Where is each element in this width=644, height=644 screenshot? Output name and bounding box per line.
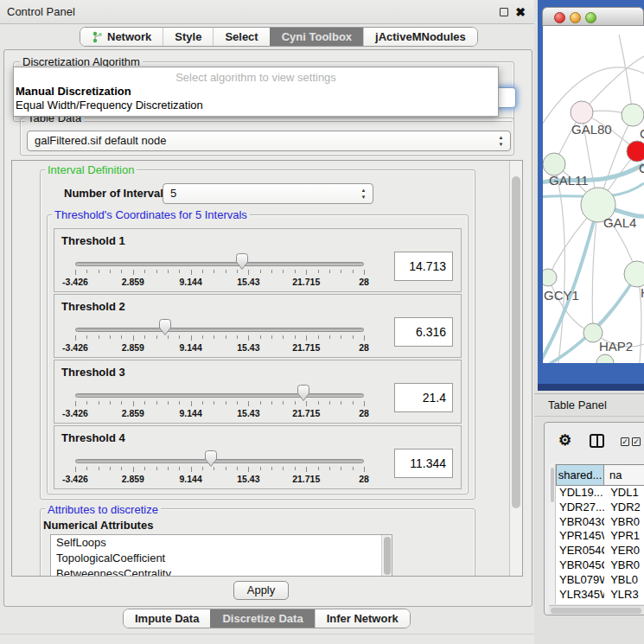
tick-label: 15.43: [237, 342, 259, 353]
cell-name[interactable]: YER0: [604, 544, 644, 558]
table-row[interactable]: YDR27...YDR2: [556, 501, 644, 515]
apply-button[interactable]: Apply: [233, 581, 289, 600]
table-row[interactable]: YIL052CYIL0: [556, 602, 644, 603]
tab-jactivemnodules[interactable]: jActiveMNodules: [363, 28, 477, 46]
tick-label: 15.43: [237, 474, 259, 484]
algorithm-placeholder-option[interactable]: Select algorithm to view settings: [14, 67, 498, 85]
slider-track[interactable]: [75, 393, 364, 398]
cell-shared-name[interactable]: YBL079W: [556, 573, 604, 588]
checkbox-icon[interactable]: ✓: [632, 437, 641, 446]
float-window-icon[interactable]: [500, 8, 508, 16]
cell-name[interactable]: YDL1: [604, 486, 644, 501]
slider-track[interactable]: [75, 459, 364, 463]
scrollbar-thumb[interactable]: [512, 176, 520, 508]
table-horizontal-scrollbar[interactable]: [549, 605, 644, 615]
table-row[interactable]: YER054CYER0: [556, 544, 644, 558]
cell-shared-name[interactable]: YBR043C: [556, 515, 604, 530]
table-row[interactable]: YLR345WYLR3: [556, 588, 644, 603]
scrollbar-thumb[interactable]: [551, 468, 554, 502]
tick-mark: [295, 401, 296, 405]
tab-label: jActiveMNodules: [375, 28, 466, 47]
tick-label: 28: [359, 474, 369, 484]
network-canvas[interactable]: GAL80G.CGAL11GAL4GCY1HHAP2: [543, 26, 644, 363]
tab-discretize-data[interactable]: Discretize Data: [210, 609, 314, 628]
algorithm-option-manual[interactable]: Manual Discretization: [14, 85, 498, 99]
control-panel-titlebar: Control Panel ✖: [0, 0, 534, 24]
table-vertical-scrollbar[interactable]: [549, 464, 556, 604]
tick-mark: [191, 467, 192, 472]
network-edge[interactable]: [619, 35, 633, 115]
scrollbar-thumb[interactable]: [384, 537, 391, 575]
threshold-label: Threshold 4: [61, 431, 125, 444]
table-data-combobox[interactable]: galFiltered.sif default node ▲▼: [27, 131, 511, 151]
network-edge[interactable]: [548, 277, 593, 333]
cell-name[interactable]: YBL0: [604, 573, 644, 588]
network-node[interactable]: [571, 101, 593, 124]
viewport-scrollbar[interactable]: [509, 161, 522, 576]
table-row[interactable]: YDL19...YDL1: [556, 486, 644, 501]
tick-label: -3.426: [62, 408, 88, 418]
table-row[interactable]: YBR043CYBR0: [556, 515, 644, 530]
slider-handle[interactable]: [158, 318, 172, 336]
number-of-intervals-combobox[interactable]: 5 ▲▼: [163, 183, 373, 204]
slider-track[interactable]: [75, 262, 364, 266]
cell-shared-name[interactable]: YIL052C: [556, 602, 604, 603]
tab-cyni-toolbox[interactable]: Cyni Toolbox: [270, 28, 363, 46]
network-node[interactable]: [543, 269, 557, 286]
checkbox-icon[interactable]: ✓: [621, 437, 629, 446]
threshold-value-field[interactable]: 6.316: [394, 317, 453, 347]
cell-name[interactable]: YPR1: [604, 529, 644, 544]
cell-shared-name[interactable]: YLR345W: [556, 588, 604, 603]
cell-name[interactable]: YBR0: [604, 515, 644, 530]
threshold-value-field[interactable]: 21.4: [394, 383, 453, 412]
cell-shared-name[interactable]: YBR045C: [556, 558, 604, 573]
tick-mark: [329, 335, 330, 339]
cell-shared-name[interactable]: YPR145W: [556, 529, 604, 544]
number-of-intervals-label: Number of Intervals: [64, 187, 169, 200]
threshold-value-field[interactable]: 14.713: [394, 252, 453, 281]
algorithm-option-equal-width[interactable]: Equal Width/Frequency Discretization: [14, 99, 498, 112]
column-header-name[interactable]: na: [604, 464, 644, 486]
column-header-shared-name[interactable]: shared...: [556, 464, 604, 486]
attribute-list-item[interactable]: SelfLoops: [51, 535, 392, 551]
cell-shared-name[interactable]: YDL19...: [556, 486, 604, 501]
threshold-value-field[interactable]: 11.344: [394, 449, 453, 478]
tick-mark: [364, 270, 365, 275]
threshold-rows: Threshold 1-3.4262.8599.14415.4321.71528…: [54, 228, 462, 491]
cell-name[interactable]: YDR2: [604, 501, 644, 515]
tick-mark: [110, 401, 111, 405]
cell-shared-name[interactable]: YDR27...: [556, 501, 604, 515]
zoom-traffic-light-icon[interactable]: [585, 12, 596, 23]
attribute-list-item[interactable]: TopologicalCoefficient: [51, 551, 392, 566]
network-node[interactable]: [596, 354, 614, 363]
split-columns-icon[interactable]: [590, 434, 604, 448]
tab-select[interactable]: Select: [213, 28, 269, 46]
cell-shared-name[interactable]: YER054C: [556, 544, 604, 558]
slider-track[interactable]: [75, 328, 364, 332]
attributes-list-scrollbar[interactable]: [381, 535, 392, 577]
slider-handle[interactable]: [204, 450, 218, 468]
tab-impute-data[interactable]: Impute Data: [124, 609, 210, 628]
cell-name[interactable]: YBR0: [604, 558, 644, 573]
network-node[interactable]: [622, 104, 644, 126]
table-row[interactable]: YBR045CYBR0: [556, 558, 644, 573]
scrollbar-thumb[interactable]: [551, 608, 641, 614]
table-row[interactable]: YBL079WYBL0: [556, 573, 644, 588]
slider-handle[interactable]: [296, 384, 310, 402]
cell-name[interactable]: YLR3: [604, 588, 644, 603]
attribute-list-item[interactable]: BetweennessCentrality: [51, 566, 392, 577]
gear-icon[interactable]: ⚙: [558, 431, 571, 450]
tick-mark: [295, 270, 296, 273]
node-label: GCY1: [544, 288, 579, 303]
tab-infer-network[interactable]: Infer Network: [315, 609, 410, 628]
tab-style[interactable]: Style: [163, 28, 213, 46]
cell-name[interactable]: YIL0: [604, 602, 644, 603]
close-icon[interactable]: ✖: [515, 3, 526, 21]
close-traffic-light-icon[interactable]: [554, 12, 565, 23]
minimize-traffic-light-icon[interactable]: [570, 12, 581, 23]
network-node[interactable]: [624, 261, 644, 287]
network-node[interactable]: [627, 141, 644, 162]
slider-handle[interactable]: [235, 252, 249, 271]
table-row[interactable]: YPR145WYPR1: [556, 529, 644, 544]
tab-network[interactable]: Network: [80, 28, 163, 46]
